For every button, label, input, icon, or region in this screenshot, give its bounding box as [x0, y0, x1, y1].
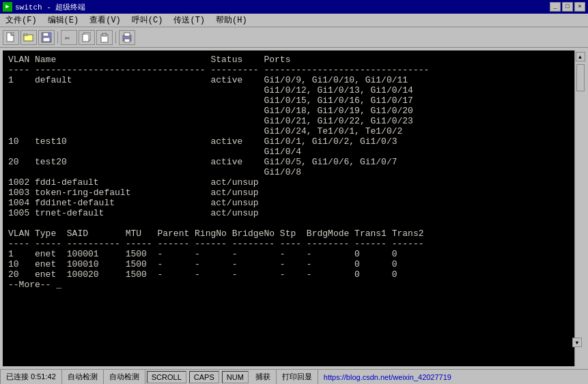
scrollbar: ▲ [574, 50, 585, 366]
menu-call[interactable]: 呼叫(C) [129, 14, 166, 27]
svg-rect-10 [102, 33, 107, 36]
print-button[interactable] [119, 30, 135, 45]
svg-rect-2 [24, 34, 27, 35]
svg-rect-5 [43, 38, 50, 42]
print-echo-status: 打印回显 [277, 370, 318, 384]
num-text: NUM [227, 373, 244, 381]
auto-detect-2: 自动检测 [104, 370, 145, 384]
connection-status: 已连接 0:51:42 [0, 370, 62, 384]
capture-text: 捕获 [255, 372, 270, 382]
cut-button[interactable]: ✂ [61, 30, 77, 45]
window-title: switch - 超级终端 [15, 2, 85, 12]
auto1-text: 自动检测 [68, 372, 98, 382]
copy-button[interactable] [79, 30, 95, 45]
connection-text: 已连接 0:51:42 [6, 372, 56, 382]
minimize-button[interactable]: _ [550, 2, 561, 12]
capture-status: 捕获 [250, 370, 277, 384]
scrollbar-thumb[interactable] [576, 64, 585, 91]
menu-bar: 文件(F) 编辑(E) 查看(V) 呼叫(C) 传送(T) 帮助(H) [0, 14, 588, 27]
svg-rect-12 [124, 33, 130, 36]
auto2-text: 自动检测 [109, 372, 139, 382]
title-bar: ▶ switch - 超级终端 _ □ × [0, 0, 588, 14]
scroll-up-button[interactable]: ▲ [576, 52, 585, 61]
terminal-container: VLAN Name Status Ports ---- ------------… [0, 48, 588, 369]
svg-rect-13 [124, 39, 130, 42]
menu-view[interactable]: 查看(V) [87, 14, 124, 27]
menu-edit[interactable]: 编辑(E) [45, 14, 82, 27]
scroll-indicator: SCROLL [147, 371, 186, 383]
svg-rect-8 [83, 34, 89, 42]
open-button[interactable] [20, 30, 37, 45]
caps-text: CAPS [194, 373, 214, 381]
caps-indicator: CAPS [189, 371, 219, 383]
maximize-button[interactable]: □ [562, 2, 573, 12]
auto-detect-1: 自动检测 [62, 370, 104, 384]
menu-help[interactable]: 帮助(H) [213, 14, 250, 27]
terminal-screen[interactable]: VLAN Name Status Ports ---- ------------… [3, 50, 574, 366]
svg-rect-4 [43, 33, 48, 36]
url-text: https://blog.csdn.net/weixin_42027719 [324, 373, 451, 381]
scroll-down-button[interactable]: ▼ [572, 338, 582, 347]
save-button[interactable] [38, 30, 55, 45]
window-controls: _ □ × [550, 2, 585, 12]
title-bar-left: ▶ switch - 超级终端 [3, 2, 85, 12]
separator-1 [57, 31, 58, 44]
menu-file[interactable]: 文件(F) [3, 14, 40, 27]
paste-button[interactable] [96, 30, 113, 45]
url-display: https://blog.csdn.net/weixin_42027719 [318, 373, 588, 381]
menu-transfer[interactable]: 传送(T) [171, 14, 208, 27]
toolbar: ✂ [0, 27, 588, 48]
separator-2 [115, 31, 116, 44]
app-icon: ▶ [3, 2, 12, 12]
new-button[interactable] [3, 30, 19, 45]
print-text: 打印回显 [282, 372, 312, 382]
scroll-text: SCROLL [152, 373, 182, 381]
num-indicator: NUM [222, 371, 249, 383]
svg-text:✂: ✂ [65, 34, 70, 43]
status-bar: 已连接 0:51:42 自动检测 自动检测 SCROLL CAPS NUM 捕获… [0, 369, 588, 384]
close-button[interactable]: × [574, 2, 585, 12]
